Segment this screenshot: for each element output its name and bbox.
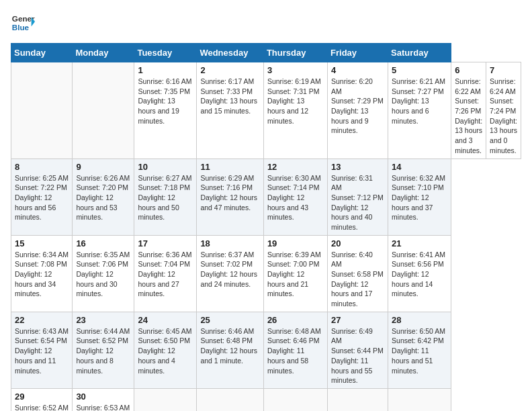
calendar-day: 1 Sunrise: 6:16 AMSunset: 7:35 PMDayligh… bbox=[134, 62, 197, 159]
day-number: 4 bbox=[331, 65, 384, 75]
empty-cell bbox=[11, 62, 73, 159]
day-number: 1 bbox=[138, 65, 193, 75]
day-info: Sunrise: 6:30 AMSunset: 7:14 PMDaylight:… bbox=[267, 173, 324, 222]
calendar-day: 6 Sunrise: 6:22 AMSunset: 7:26 PMDayligh… bbox=[451, 62, 486, 159]
day-number: 16 bbox=[76, 238, 130, 248]
column-header-tuesday: Tuesday bbox=[134, 44, 197, 62]
day-number: 2 bbox=[200, 65, 260, 75]
day-info: Sunrise: 6:16 AMSunset: 7:35 PMDaylight:… bbox=[138, 77, 193, 126]
svg-text:Blue: Blue bbox=[12, 23, 30, 32]
day-info: Sunrise: 6:53 AMSunset: 6:38 PMDaylight:… bbox=[76, 403, 130, 411]
calendar-day bbox=[388, 388, 451, 411]
day-number: 10 bbox=[138, 162, 193, 172]
calendar-day: 27 Sunrise: 6:49 AMSunset: 6:44 PMDaylig… bbox=[328, 312, 388, 388]
day-number: 7 bbox=[490, 65, 517, 75]
logo-icon: General Blue bbox=[11, 11, 35, 35]
calendar-week-row: 1 Sunrise: 6:16 AMSunset: 7:35 PMDayligh… bbox=[11, 62, 521, 159]
day-number: 9 bbox=[76, 162, 130, 172]
calendar-day: 28 Sunrise: 6:50 AMSunset: 6:42 PMDaylig… bbox=[388, 312, 451, 388]
calendar-day: 16 Sunrise: 6:35 AMSunset: 7:06 PMDaylig… bbox=[73, 235, 134, 312]
calendar-day: 9 Sunrise: 6:26 AMSunset: 7:20 PMDayligh… bbox=[73, 158, 134, 235]
day-number: 15 bbox=[15, 238, 69, 248]
calendar-day: 19 Sunrise: 6:39 AMSunset: 7:00 PMDaylig… bbox=[263, 235, 327, 312]
day-info: Sunrise: 6:45 AMSunset: 6:50 PMDaylight:… bbox=[138, 326, 193, 375]
calendar-day: 22 Sunrise: 6:43 AMSunset: 6:54 PMDaylig… bbox=[11, 312, 73, 388]
day-info: Sunrise: 6:29 AMSunset: 7:16 PMDaylight:… bbox=[200, 173, 260, 213]
day-info: Sunrise: 6:41 AMSunset: 6:56 PMDaylight:… bbox=[392, 250, 447, 299]
day-info: Sunrise: 6:17 AMSunset: 7:33 PMDaylight:… bbox=[200, 77, 260, 116]
day-number: 20 bbox=[331, 238, 384, 248]
day-number: 24 bbox=[138, 315, 193, 325]
day-info: Sunrise: 6:27 AMSunset: 7:18 PMDaylight:… bbox=[138, 173, 193, 222]
day-number: 21 bbox=[392, 238, 447, 248]
column-header-friday: Friday bbox=[328, 44, 388, 62]
day-info: Sunrise: 6:39 AMSunset: 7:00 PMDaylight:… bbox=[267, 250, 324, 299]
day-info: Sunrise: 6:40 AMSunset: 6:58 PMDaylight:… bbox=[331, 250, 384, 309]
day-number: 19 bbox=[267, 238, 324, 248]
calendar-day bbox=[263, 388, 327, 411]
calendar-day: 14 Sunrise: 6:32 AMSunset: 7:10 PMDaylig… bbox=[388, 158, 451, 235]
day-info: Sunrise: 6:43 AMSunset: 6:54 PMDaylight:… bbox=[15, 326, 69, 375]
day-info: Sunrise: 6:49 AMSunset: 6:44 PMDaylight:… bbox=[331, 326, 384, 385]
day-number: 11 bbox=[200, 162, 260, 172]
day-number: 14 bbox=[392, 162, 447, 172]
day-info: Sunrise: 6:20 AMSunset: 7:29 PMDaylight:… bbox=[331, 77, 384, 136]
column-header-saturday: Saturday bbox=[388, 44, 451, 62]
column-header-wednesday: Wednesday bbox=[197, 44, 264, 62]
calendar-day: 15 Sunrise: 6:34 AMSunset: 7:08 PMDaylig… bbox=[11, 235, 73, 312]
calendar-day: 29 Sunrise: 6:52 AMSunset: 6:40 PMDaylig… bbox=[11, 388, 73, 411]
day-number: 5 bbox=[392, 65, 447, 75]
day-info: Sunrise: 6:37 AMSunset: 7:02 PMDaylight:… bbox=[200, 250, 260, 289]
day-info: Sunrise: 6:22 AMSunset: 7:26 PMDaylight:… bbox=[455, 77, 482, 156]
calendar-week-row: 15 Sunrise: 6:34 AMSunset: 7:08 PMDaylig… bbox=[11, 235, 521, 312]
calendar-day: 3 Sunrise: 6:19 AMSunset: 7:31 PMDayligh… bbox=[263, 62, 327, 159]
calendar-day: 21 Sunrise: 6:41 AMSunset: 6:56 PMDaylig… bbox=[388, 235, 451, 312]
calendar-day: 17 Sunrise: 6:36 AMSunset: 7:04 PMDaylig… bbox=[134, 235, 197, 312]
day-info: Sunrise: 6:31 AMSunset: 7:12 PMDaylight:… bbox=[331, 173, 384, 232]
calendar-week-row: 29 Sunrise: 6:52 AMSunset: 6:40 PMDaylig… bbox=[11, 388, 521, 411]
calendar-day: 18 Sunrise: 6:37 AMSunset: 7:02 PMDaylig… bbox=[197, 235, 264, 312]
day-info: Sunrise: 6:21 AMSunset: 7:27 PMDaylight:… bbox=[392, 77, 447, 126]
calendar-day: 13 Sunrise: 6:31 AMSunset: 7:12 PMDaylig… bbox=[328, 158, 388, 235]
calendar-day: 20 Sunrise: 6:40 AMSunset: 6:58 PMDaylig… bbox=[328, 235, 388, 312]
calendar-day: 4 Sunrise: 6:20 AMSunset: 7:29 PMDayligh… bbox=[328, 62, 388, 159]
day-info: Sunrise: 6:34 AMSunset: 7:08 PMDaylight:… bbox=[15, 250, 69, 299]
day-info: Sunrise: 6:52 AMSunset: 6:40 PMDaylight:… bbox=[15, 403, 69, 411]
day-number: 22 bbox=[15, 315, 69, 325]
calendar-day: 8 Sunrise: 6:25 AMSunset: 7:22 PMDayligh… bbox=[11, 158, 73, 235]
calendar-day: 7 Sunrise: 6:24 AMSunset: 7:24 PMDayligh… bbox=[486, 62, 521, 159]
day-number: 3 bbox=[267, 65, 324, 75]
calendar-week-row: 22 Sunrise: 6:43 AMSunset: 6:54 PMDaylig… bbox=[11, 312, 521, 388]
calendar-day: 12 Sunrise: 6:30 AMSunset: 7:14 PMDaylig… bbox=[263, 158, 327, 235]
day-info: Sunrise: 6:25 AMSunset: 7:22 PMDaylight:… bbox=[15, 173, 69, 222]
day-info: Sunrise: 6:44 AMSunset: 6:52 PMDaylight:… bbox=[76, 326, 130, 375]
day-info: Sunrise: 6:46 AMSunset: 6:48 PMDaylight:… bbox=[200, 326, 260, 366]
calendar-header-row: SundayMondayTuesdayWednesdayThursdayFrid… bbox=[11, 44, 521, 62]
day-number: 6 bbox=[455, 65, 482, 75]
day-info: Sunrise: 6:24 AMSunset: 7:24 PMDaylight:… bbox=[490, 77, 517, 156]
day-number: 23 bbox=[76, 315, 130, 325]
day-number: 17 bbox=[138, 238, 193, 248]
calendar-table: SundayMondayTuesdayWednesdayThursdayFrid… bbox=[11, 43, 521, 411]
day-number: 25 bbox=[200, 315, 260, 325]
day-number: 12 bbox=[267, 162, 324, 172]
calendar-day: 23 Sunrise: 6:44 AMSunset: 6:52 PMDaylig… bbox=[73, 312, 134, 388]
page-header: General Blue bbox=[11, 11, 521, 35]
calendar-day: 10 Sunrise: 6:27 AMSunset: 7:18 PMDaylig… bbox=[134, 158, 197, 235]
day-info: Sunrise: 6:50 AMSunset: 6:42 PMDaylight:… bbox=[392, 326, 447, 375]
calendar-day: 24 Sunrise: 6:45 AMSunset: 6:50 PMDaylig… bbox=[134, 312, 197, 388]
calendar-day bbox=[134, 388, 197, 411]
day-number: 27 bbox=[331, 315, 384, 325]
calendar-day: 2 Sunrise: 6:17 AMSunset: 7:33 PMDayligh… bbox=[197, 62, 264, 159]
calendar-day bbox=[328, 388, 388, 411]
day-info: Sunrise: 6:36 AMSunset: 7:04 PMDaylight:… bbox=[138, 250, 193, 299]
day-info: Sunrise: 6:26 AMSunset: 7:20 PMDaylight:… bbox=[76, 173, 130, 222]
day-number: 18 bbox=[200, 238, 260, 248]
calendar-day: 5 Sunrise: 6:21 AMSunset: 7:27 PMDayligh… bbox=[388, 62, 451, 159]
column-header-monday: Monday bbox=[73, 44, 134, 62]
column-header-sunday: Sunday bbox=[11, 44, 73, 62]
day-number: 30 bbox=[76, 392, 130, 402]
column-header-thursday: Thursday bbox=[263, 44, 327, 62]
day-number: 13 bbox=[331, 162, 384, 172]
day-number: 28 bbox=[392, 315, 447, 325]
